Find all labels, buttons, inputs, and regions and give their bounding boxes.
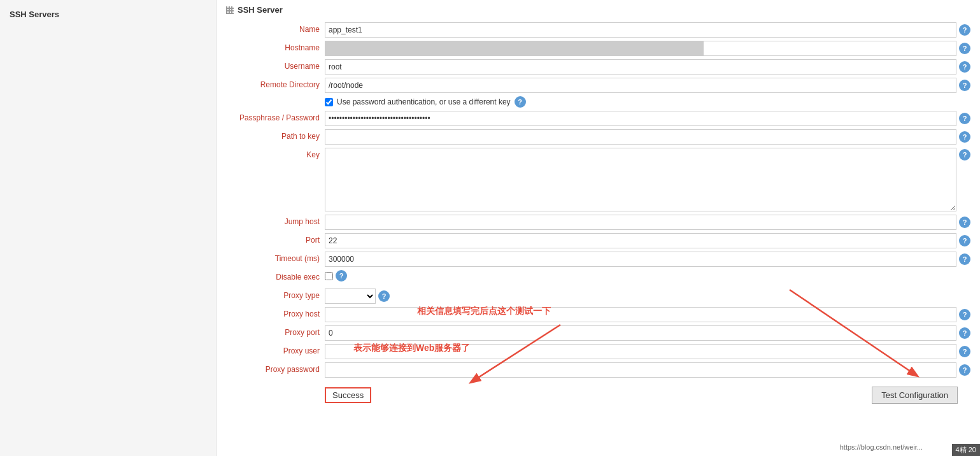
port-input[interactable] xyxy=(325,233,956,248)
hostname-input[interactable] xyxy=(325,41,956,56)
section-header: SSH Server xyxy=(226,5,970,17)
main-content: SSH Server Name ? Hostname ? Username ? xyxy=(217,0,980,456)
grid-icon xyxy=(226,6,234,14)
remote-directory-row: Remote Directory ? xyxy=(226,78,970,93)
proxy-host-field: ? xyxy=(325,307,970,322)
proxy-type-field: ? xyxy=(325,289,970,304)
passphrase-field: ? xyxy=(325,111,970,126)
sidebar-title: SSH Servers xyxy=(10,6,206,22)
timeout-row: Timeout (ms) ? xyxy=(226,252,970,267)
passphrase-input[interactable] xyxy=(325,111,956,126)
proxy-host-label: Proxy host xyxy=(226,307,325,318)
proxy-host-row: Proxy host ? 相关信息填写完后点这个测试一下 xyxy=(226,307,970,322)
key-row: Key ? xyxy=(226,148,970,211)
proxy-port-row: Proxy port ? xyxy=(226,325,970,341)
path-to-key-field: ? xyxy=(325,129,970,145)
passphrase-help-icon[interactable]: ? xyxy=(959,113,970,124)
hostname-help-icon[interactable]: ? xyxy=(959,43,970,54)
jump-host-row: Jump host ? xyxy=(226,215,970,230)
sidebar: SSH Servers xyxy=(0,0,217,456)
remote-directory-label: Remote Directory xyxy=(226,78,325,89)
proxy-password-help-icon[interactable]: ? xyxy=(959,364,970,376)
key-field: ? xyxy=(325,148,970,211)
path-to-key-help-icon[interactable]: ? xyxy=(959,131,970,143)
proxy-port-field: ? xyxy=(325,325,970,341)
key-help-icon[interactable]: ? xyxy=(959,149,970,160)
proxy-password-label: Proxy password xyxy=(226,362,325,374)
port-field: ? xyxy=(325,233,970,248)
username-input[interactable] xyxy=(325,59,956,75)
footer-badge: 4精 20 xyxy=(952,444,980,456)
use-password-row: Use password authentication, or use a di… xyxy=(226,96,970,108)
proxy-type-label: Proxy type xyxy=(226,289,325,300)
remote-directory-help-icon[interactable]: ? xyxy=(959,80,970,91)
hostname-label: Hostname xyxy=(226,41,325,52)
name-help-icon[interactable]: ? xyxy=(959,24,970,36)
proxy-user-row: Proxy user ? 表示能够连接到Web服务器了 xyxy=(226,344,970,359)
jump-host-input[interactable] xyxy=(325,215,956,230)
use-password-help-icon[interactable]: ? xyxy=(515,96,526,108)
use-password-checkbox[interactable] xyxy=(325,98,333,106)
proxy-host-input[interactable] xyxy=(325,307,956,322)
proxy-password-input[interactable] xyxy=(325,362,956,378)
port-row: Port ? xyxy=(226,233,970,248)
jump-host-label: Jump host xyxy=(226,215,325,226)
path-to-key-row: Path to key ? xyxy=(226,129,970,145)
proxy-port-label: Proxy port xyxy=(226,325,325,337)
timeout-field: ? xyxy=(325,252,970,267)
proxy-host-help-icon[interactable]: ? xyxy=(959,309,970,320)
footer-url: https://blog.csdn.net/weir... xyxy=(840,443,923,451)
section-title: SSH Server xyxy=(238,5,283,15)
proxy-type-select[interactable] xyxy=(325,289,376,304)
username-field: ? xyxy=(325,59,970,75)
username-label: Username xyxy=(226,59,325,71)
port-label: Port xyxy=(226,233,325,245)
disable-exec-help-icon[interactable]: ? xyxy=(336,270,347,281)
timeout-input[interactable] xyxy=(325,252,956,267)
path-to-key-label: Path to key xyxy=(226,129,325,141)
port-help-icon[interactable]: ? xyxy=(959,235,970,246)
name-input[interactable] xyxy=(325,22,956,38)
proxy-user-field: ? xyxy=(325,344,970,359)
disable-exec-label: Disable exec xyxy=(226,270,325,281)
username-help-icon[interactable]: ? xyxy=(959,61,970,73)
name-row: Name ? xyxy=(226,22,970,38)
passphrase-label: Passphrase / Password xyxy=(226,111,325,122)
success-badge: Success xyxy=(325,387,371,403)
key-textarea[interactable] xyxy=(325,148,956,211)
name-label: Name xyxy=(226,22,325,34)
test-configuration-button[interactable]: Test Configuration xyxy=(872,387,958,404)
proxy-user-label: Proxy user xyxy=(226,344,325,355)
username-row: Username ? xyxy=(226,59,970,75)
proxy-user-help-icon[interactable]: ? xyxy=(959,346,970,357)
proxy-port-input[interactable] xyxy=(325,325,956,341)
proxy-port-help-icon[interactable]: ? xyxy=(959,327,970,339)
timeout-label: Timeout (ms) xyxy=(226,252,325,263)
proxy-password-field: ? xyxy=(325,362,970,378)
proxy-user-input[interactable] xyxy=(325,344,956,359)
proxy-type-help-icon[interactable]: ? xyxy=(378,290,390,302)
name-field: ? xyxy=(325,22,970,38)
disable-exec-field: ? xyxy=(325,270,970,281)
path-to-key-input[interactable] xyxy=(325,129,956,145)
jump-host-help-icon[interactable]: ? xyxy=(959,217,970,228)
key-label: Key xyxy=(226,148,325,159)
proxy-password-row: Proxy password ? xyxy=(226,362,970,378)
hostname-row: Hostname ? xyxy=(226,41,970,56)
timeout-help-icon[interactable]: ? xyxy=(959,253,970,265)
proxy-type-row: Proxy type ? xyxy=(226,289,970,304)
remote-directory-input[interactable] xyxy=(325,78,956,93)
use-password-label: Use password authentication, or use a di… xyxy=(337,97,511,106)
jump-host-field: ? xyxy=(325,215,970,230)
passphrase-row: Passphrase / Password ? xyxy=(226,111,970,126)
disable-exec-checkbox[interactable] xyxy=(325,272,333,280)
remote-directory-field: ? xyxy=(325,78,970,93)
disable-exec-row: Disable exec ? xyxy=(226,270,970,285)
bottom-bar: Success Test Configuration xyxy=(226,384,970,403)
hostname-field: ? xyxy=(325,41,970,56)
